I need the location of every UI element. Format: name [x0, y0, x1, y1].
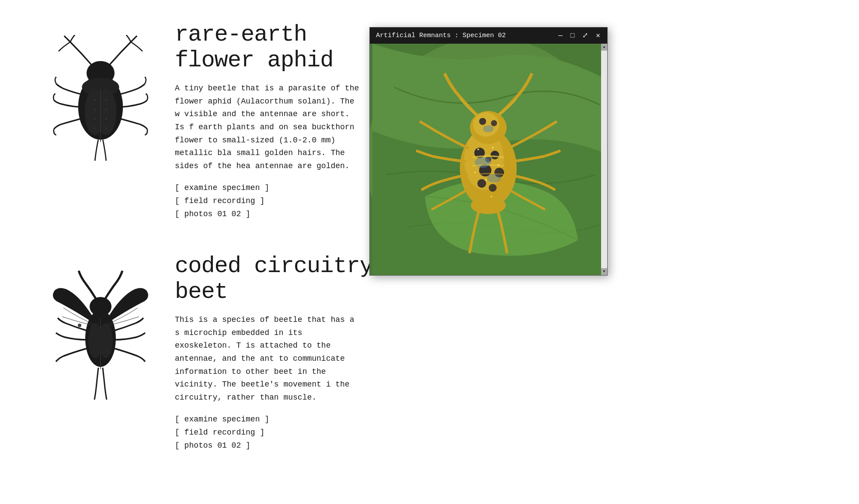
svg-point-9 [94, 127, 96, 129]
svg-point-8 [94, 118, 96, 120]
svg-point-31 [475, 157, 490, 168]
svg-point-6 [94, 99, 96, 101]
examine-specimen-link-2[interactable]: [ examine specimen ] [175, 415, 380, 424]
scroll-down-arrow[interactable]: ▼ [601, 268, 607, 275]
specimen-image-1 [44, 26, 157, 183]
minimize-button[interactable]: — [557, 32, 563, 39]
window-title: Artificial Remnants : Specimen 02 [376, 32, 557, 39]
svg-point-16 [78, 324, 81, 327]
svg-point-37 [483, 125, 494, 132]
svg-point-19 [99, 323, 113, 358]
svg-point-39 [477, 148, 479, 150]
main-content: rare-earth flower aphid A tiny beetle th… [0, 0, 380, 489]
specimen-title-1: rare-earth flower aphid [175, 22, 380, 73]
svg-point-15 [90, 297, 111, 316]
beetle-illustration-1 [52, 35, 149, 175]
svg-point-28 [477, 179, 486, 188]
svg-point-41 [485, 179, 487, 181]
specimen-links-2: [ examine specimen ] [ field recording ]… [175, 415, 380, 450]
specimen-text-block-2: coded circuitry beet This is a species o… [175, 245, 380, 450]
photos-link-1[interactable]: [ photos 01 02 ] [175, 210, 380, 218]
window-scrollbar[interactable]: ▲ ▼ [601, 44, 607, 275]
specimen-image-2 [44, 258, 157, 415]
maximize-button[interactable]: ⤢ [581, 32, 589, 39]
svg-point-38 [471, 197, 506, 214]
svg-point-7 [94, 109, 96, 110]
svg-point-10 [105, 99, 107, 101]
svg-point-12 [105, 118, 107, 120]
field-recording-link-2[interactable]: [ field recording ] [175, 428, 380, 437]
specimen-header-2: coded circuitry beet This is a species o… [44, 245, 380, 450]
examine-specimen-link-1[interactable]: [ examine specimen ] [175, 183, 380, 192]
specimen-title-2: coded circuitry beet [175, 253, 380, 305]
svg-point-13 [105, 127, 107, 129]
svg-point-32 [487, 174, 501, 183]
specimen-description-2: This is a species of beetle that has a s… [175, 314, 363, 404]
specimen-links-1: [ examine specimen ] [ field recording ]… [175, 183, 380, 218]
svg-point-35 [479, 118, 486, 125]
scrollbar-track [601, 51, 607, 268]
close-button[interactable]: ✕ [595, 32, 601, 39]
svg-point-42 [497, 164, 499, 166]
svg-point-43 [474, 172, 476, 173]
beetle-illustration-2 [52, 266, 149, 406]
specimen-section-1: rare-earth flower aphid A tiny beetle th… [44, 13, 380, 218]
specimen-description-1: A tiny beetle that is a parasite of the … [175, 82, 363, 173]
svg-point-25 [490, 151, 499, 159]
specimen-header-1: rare-earth flower aphid A tiny beetle th… [44, 13, 380, 218]
photos-link-2[interactable]: [ photos 01 02 ] [175, 441, 380, 450]
specimen-photo-svg [370, 44, 607, 275]
window-titlebar: Artificial Remnants : Specimen 02 — □ ⤢ … [370, 28, 607, 44]
scroll-up-arrow[interactable]: ▲ [601, 44, 607, 51]
svg-point-44 [490, 196, 492, 197]
specimen-text-block-1: rare-earth flower aphid A tiny beetle th… [175, 13, 380, 218]
window-image-area: ▲ ▼ [370, 44, 607, 275]
svg-point-11 [105, 109, 107, 110]
specimen-section-2: coded circuitry beet This is a species o… [44, 245, 380, 450]
svg-point-40 [492, 147, 494, 148]
window-controls: — □ ⤢ ✕ [557, 32, 601, 39]
svg-point-29 [489, 184, 497, 192]
svg-point-36 [491, 120, 497, 126]
field-recording-link-1[interactable]: [ field recording ] [175, 197, 380, 205]
specimen-window: Artificial Remnants : Specimen 02 — □ ⤢ … [369, 27, 608, 276]
restore-button[interactable]: □ [570, 32, 576, 39]
